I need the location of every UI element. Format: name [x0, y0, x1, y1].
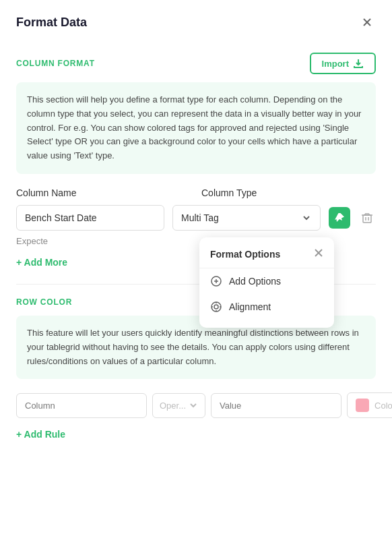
column-row: Multi Tag [16, 205, 376, 231]
column-format-section-header: COLUMN FORMAT Import [0, 42, 392, 82]
popup-title: Format Options [210, 249, 280, 260]
format-options-popup: Format Options Add Options [199, 237, 334, 328]
column-type-header: Column Type [201, 187, 376, 198]
add-rule-button[interactable]: + Add Rule [16, 418, 65, 445]
popup-alignment[interactable]: Alignment [199, 294, 334, 320]
svg-point-22 [214, 305, 218, 309]
column-name-input[interactable] [16, 205, 164, 231]
pin-button[interactable] [329, 207, 350, 229]
format-data-modal: Format Data COLUMN FORMAT Import This se… [0, 0, 392, 557]
add-more-button[interactable]: + Add More [16, 252, 67, 273]
popup-close-button[interactable] [314, 248, 323, 260]
column-format-label: COLUMN FORMAT [16, 59, 95, 68]
columns-row-header: Column Name Column Type [16, 187, 376, 198]
delete-column-button[interactable] [358, 209, 376, 227]
modal-header: Format Data [0, 0, 392, 42]
filter-value-input[interactable] [211, 393, 341, 418]
modal-title: Format Data [16, 16, 87, 30]
close-button[interactable] [358, 13, 376, 31]
filter-column-input[interactable] [16, 393, 147, 418]
import-button[interactable]: Import [310, 53, 376, 74]
column-name-header: Column Name [16, 187, 191, 198]
row-color-label: ROW COLOR [16, 297, 72, 307]
popup-add-options[interactable]: Add Options [199, 268, 334, 294]
filter-operator-select[interactable]: Oper... [152, 393, 205, 418]
svg-point-21 [211, 302, 221, 312]
color-picker-button[interactable]: Color [347, 392, 392, 418]
color-swatch [356, 399, 369, 412]
svg-rect-2 [363, 215, 371, 223]
filter-row: Oper... Color [16, 392, 376, 418]
column-type-select[interactable]: Multi Tag [172, 205, 321, 231]
column-format-info: This section will help you define a form… [16, 82, 376, 174]
popup-header: Format Options [199, 245, 334, 268]
